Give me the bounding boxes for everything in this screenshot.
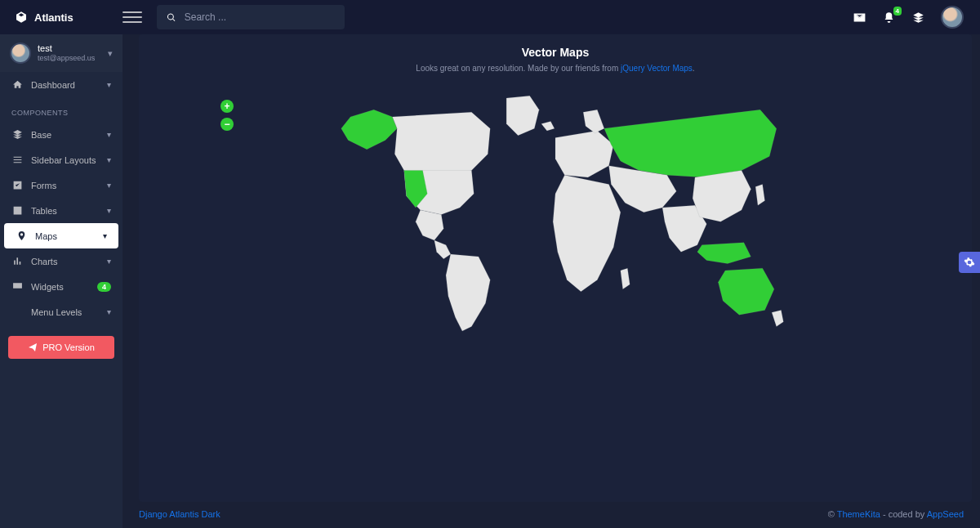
subtitle-link[interactable]: jQuery Vector Maps xyxy=(621,64,693,73)
paper-plane-icon xyxy=(28,342,38,352)
notifications-icon[interactable]: 4 xyxy=(882,11,895,24)
brand[interactable]: Atlantis xyxy=(0,11,122,24)
footer: Django Atlantis Dark © ThemeKita - coded… xyxy=(122,500,980,528)
layers-icon[interactable] xyxy=(911,11,924,24)
sidebar-item-label: Dashboard xyxy=(31,80,99,90)
home-icon xyxy=(11,79,23,90)
main-content: Vector Maps Looks great on any resolutio… xyxy=(122,34,980,500)
sidebar-item-charts[interactable]: Charts ▾ xyxy=(0,248,122,274)
page-title: Vector Maps xyxy=(139,34,972,59)
chevron-down-icon: ▾ xyxy=(107,307,111,316)
topbar-actions: 4 xyxy=(853,6,980,29)
sidebar-item-menu-levels[interactable]: Menu Levels ▾ xyxy=(0,299,122,324)
chevron-down-icon: ▾ xyxy=(107,257,111,266)
footer-appseed-link[interactable]: AppSeed xyxy=(927,509,964,519)
chart-icon xyxy=(11,256,23,266)
table-icon xyxy=(11,205,23,216)
sidebar-item-label: Base xyxy=(31,130,99,140)
sidebar-item-badge: 4 xyxy=(97,282,111,292)
menu-toggle-icon[interactable] xyxy=(122,11,142,23)
sidebar-section-label: COMPONENTS xyxy=(0,97,122,122)
map-pin-icon xyxy=(16,230,27,241)
sidebar-user-name: test xyxy=(38,43,95,54)
footer-left-link[interactable]: Django Atlantis Dark xyxy=(139,509,220,519)
topbar: Atlantis 4 xyxy=(0,0,980,34)
sidebar-item-maps[interactable]: Maps ▾ xyxy=(4,223,118,248)
chevron-down-icon: ▾ xyxy=(103,231,107,240)
sidebar-item-label: Menu Levels xyxy=(31,307,99,317)
world-map[interactable] xyxy=(139,81,972,336)
sidebar-item-label: Widgets xyxy=(31,282,89,292)
sidebar-item-base[interactable]: Base ▾ xyxy=(0,122,122,147)
settings-tab[interactable] xyxy=(959,252,980,273)
footer-themekita-link[interactable]: ThemeKita xyxy=(837,509,880,519)
list-icon xyxy=(11,154,23,165)
search-box[interactable] xyxy=(157,5,345,29)
messages-icon[interactable] xyxy=(853,11,866,24)
page-subtitle: Looks great on any resolution. Made by o… xyxy=(139,59,972,81)
gear-icon xyxy=(964,257,975,268)
search-icon xyxy=(167,12,176,23)
sidebar-item-label: Forms xyxy=(31,181,99,190)
zoom-controls: + − xyxy=(220,100,234,131)
zoom-out-button[interactable]: − xyxy=(220,118,234,131)
sidebar-item-dashboard[interactable]: Dashboard ▾ xyxy=(0,72,122,97)
brand-name: Atlantis xyxy=(34,11,74,24)
check-square-icon xyxy=(11,180,23,190)
chevron-down-icon: ▾ xyxy=(107,206,111,215)
sidebar-item-tables[interactable]: Tables ▾ xyxy=(0,198,122,223)
bars-icon xyxy=(11,307,23,317)
chevron-down-icon: ▾ xyxy=(107,130,111,139)
sidebar-item-sidebar-layouts[interactable]: Sidebar Layouts ▾ xyxy=(0,147,122,172)
sidebar-user[interactable]: test test@appseed.us ▾ xyxy=(0,34,122,72)
pro-version-button[interactable]: PRO Version xyxy=(8,336,114,359)
footer-right: © ThemeKita - coded by AppSeed xyxy=(828,509,964,519)
brand-logo-icon xyxy=(15,11,28,24)
pro-version-label: PRO Version xyxy=(42,342,95,352)
sidebar-item-label: Charts xyxy=(31,257,99,266)
chevron-down-icon: ▾ xyxy=(107,80,111,89)
user-avatar[interactable] xyxy=(941,6,964,29)
notifications-badge: 4 xyxy=(893,7,902,16)
sidebar-item-label: Maps xyxy=(35,231,95,241)
chevron-down-icon: ▾ xyxy=(108,48,113,59)
zoom-in-button[interactable]: + xyxy=(220,100,234,113)
sidebar-item-label: Sidebar Layouts xyxy=(31,155,99,165)
sidebar-item-forms[interactable]: Forms ▾ xyxy=(0,172,122,198)
chevron-down-icon: ▾ xyxy=(107,155,111,164)
sidebar-user-email: test@appseed.us xyxy=(38,54,95,63)
layers-icon xyxy=(11,129,23,140)
search-input[interactable] xyxy=(183,11,335,24)
sidebar-item-widgets[interactable]: Widgets 4 xyxy=(0,274,122,299)
sidebar-item-label: Tables xyxy=(31,206,99,216)
sidebar: test test@appseed.us ▾ Dashboard ▾ COMPO… xyxy=(0,34,122,528)
sidebar-user-avatar xyxy=(10,43,31,64)
monitor-icon xyxy=(11,281,23,292)
chevron-down-icon: ▾ xyxy=(107,181,111,190)
map-card: Vector Maps Looks great on any resolutio… xyxy=(139,34,972,502)
